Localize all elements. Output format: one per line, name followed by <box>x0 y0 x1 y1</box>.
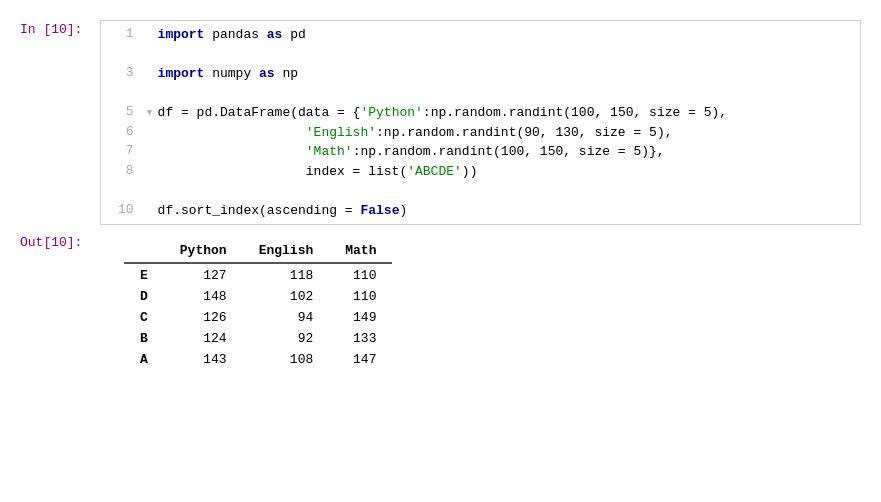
line-num-7: 7 <box>109 142 146 162</box>
line-code-7: 'Math':np.random.randint(100, 150, size … <box>158 142 852 162</box>
code-line-4 <box>109 84 852 104</box>
row-d-math: 110 <box>329 286 392 307</box>
line-arrow-10 <box>146 201 158 221</box>
row-c-english: 94 <box>243 307 330 328</box>
row-a-math: 147 <box>329 349 392 370</box>
row-b-python: 124 <box>164 328 243 349</box>
code-line-2 <box>109 45 852 65</box>
code-line-3: 3 import numpy as np <box>109 64 852 84</box>
row-index-e: E <box>124 263 164 286</box>
line-code-3: import numpy as np <box>158 64 852 84</box>
table-row-d: D 148 102 110 <box>124 286 392 307</box>
output-content: Python English Math E 127 118 110 D 148 … <box>100 233 861 378</box>
line-num-6: 6 <box>109 123 146 143</box>
line-arrow-4 <box>146 84 158 104</box>
output-cell: Out[10]: Python English Math E 127 118 1… <box>20 233 861 378</box>
input-cell: In [10]: 1 import pandas as pd 3 import … <box>20 20 861 225</box>
line-arrow-5: ▾ <box>146 103 158 123</box>
line-code-10: df.sort_index(ascending = False) <box>158 201 852 221</box>
code-line-10: 10 df.sort_index(ascending = False) <box>109 201 852 221</box>
row-d-python: 148 <box>164 286 243 307</box>
code-block[interactable]: 1 import pandas as pd 3 import numpy as … <box>100 20 861 225</box>
dataframe-table: Python English Math E 127 118 110 D 148 … <box>124 241 392 370</box>
input-label: In [10]: <box>20 20 100 225</box>
line-code-5: df = pd.DataFrame(data = {'Python':np.ra… <box>158 103 852 123</box>
output-label: Out[10]: <box>20 233 100 378</box>
row-e-english: 118 <box>243 263 330 286</box>
line-arrow-9 <box>146 181 158 201</box>
line-code-8: index = list('ABCDE')) <box>158 162 852 182</box>
row-e-math: 110 <box>329 263 392 286</box>
table-row-c: C 126 94 149 <box>124 307 392 328</box>
code-line-1: 1 import pandas as pd <box>109 25 852 45</box>
row-index-a: A <box>124 349 164 370</box>
row-index-d: D <box>124 286 164 307</box>
line-code-9 <box>158 181 852 201</box>
line-num-3: 3 <box>109 64 146 84</box>
code-line-9 <box>109 181 852 201</box>
code-line-7: 7 'Math':np.random.randint(100, 150, siz… <box>109 142 852 162</box>
code-line-5: 5 ▾ df = pd.DataFrame(data = {'Python':n… <box>109 103 852 123</box>
table-row-e: E 127 118 110 <box>124 263 392 286</box>
line-num-2 <box>109 45 146 65</box>
row-b-english: 92 <box>243 328 330 349</box>
line-num-5: 5 <box>109 103 146 123</box>
code-line-8: 8 index = list('ABCDE')) <box>109 162 852 182</box>
row-index-b: B <box>124 328 164 349</box>
row-a-python: 143 <box>164 349 243 370</box>
line-num-1: 1 <box>109 25 146 45</box>
row-a-english: 108 <box>243 349 330 370</box>
col-header-math: Math <box>329 241 392 263</box>
line-arrow-1 <box>146 25 158 45</box>
line-arrow-2 <box>146 45 158 65</box>
line-arrow-6 <box>146 123 158 143</box>
line-num-10: 10 <box>109 201 146 221</box>
line-code-2 <box>158 45 852 65</box>
row-c-math: 149 <box>329 307 392 328</box>
col-header-index <box>124 241 164 263</box>
line-num-8: 8 <box>109 162 146 182</box>
row-b-math: 133 <box>329 328 392 349</box>
line-num-4 <box>109 84 146 104</box>
table-header-row: Python English Math <box>124 241 392 263</box>
line-arrow-3 <box>146 64 158 84</box>
line-code-4 <box>158 84 852 104</box>
code-line-6: 6 'English':np.random.randint(90, 130, s… <box>109 123 852 143</box>
table-row-b: B 124 92 133 <box>124 328 392 349</box>
table-row-a: A 143 108 147 <box>124 349 392 370</box>
line-arrow-8 <box>146 162 158 182</box>
row-e-python: 127 <box>164 263 243 286</box>
code-lines: 1 import pandas as pd 3 import numpy as … <box>109 25 852 220</box>
line-arrow-7 <box>146 142 158 162</box>
line-code-6: 'English':np.random.randint(90, 130, siz… <box>158 123 852 143</box>
line-num-9 <box>109 181 146 201</box>
col-header-english: English <box>243 241 330 263</box>
line-code-1: import pandas as pd <box>158 25 852 45</box>
row-d-english: 102 <box>243 286 330 307</box>
row-c-python: 126 <box>164 307 243 328</box>
col-header-python: Python <box>164 241 243 263</box>
row-index-c: C <box>124 307 164 328</box>
